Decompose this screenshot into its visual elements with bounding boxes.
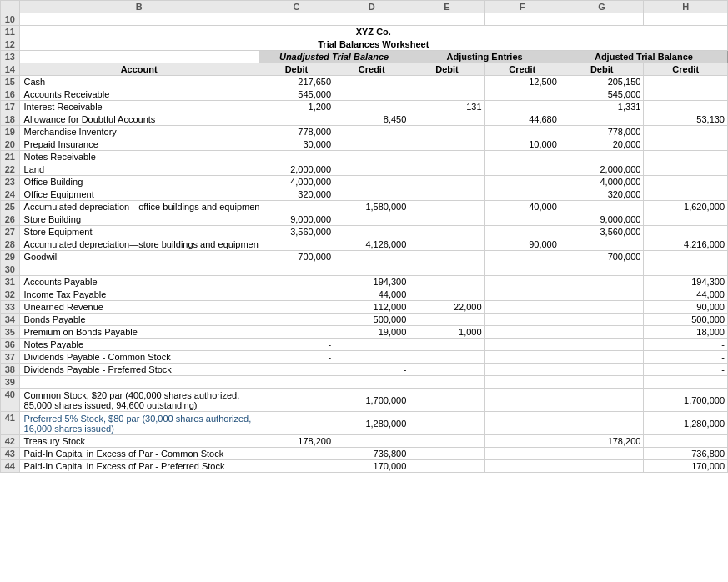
cell-value	[484, 251, 560, 263]
cell-value	[484, 276, 560, 288]
cell-value: 194,300	[334, 276, 409, 288]
cell-value: 9,000,000	[560, 213, 644, 226]
cell-value	[259, 238, 334, 251]
cell-value	[484, 101, 560, 113]
cell-value	[409, 188, 484, 201]
col-h-header: H	[644, 1, 728, 13]
cell-value	[409, 435, 484, 448]
row-num: 16	[1, 88, 20, 101]
cell-value	[409, 226, 484, 238]
cell-value	[484, 88, 560, 101]
account-name: Merchandise Inventory	[19, 126, 259, 138]
cell	[644, 263, 728, 276]
account-name: Preferred 5% Stock, $80 par (30,000 shar…	[19, 412, 259, 435]
cell-value	[334, 176, 409, 188]
table-row: 30	[1, 263, 728, 276]
cell-value	[259, 113, 334, 126]
cell-value	[259, 288, 334, 301]
column-subheader-row: 14 Account Debit Credit Debit Credit Deb…	[1, 63, 728, 76]
row-num: 28	[1, 238, 20, 251]
cell-value: 4,000,000	[560, 176, 644, 188]
cell-value	[484, 213, 560, 226]
cell-value	[560, 113, 644, 126]
cell-value: -	[334, 364, 409, 376]
cell-value	[334, 138, 409, 151]
cell-value	[560, 301, 644, 314]
table-row: 38 Dividends Payable - Preferred Stock -…	[1, 364, 728, 376]
cell-value: -	[259, 351, 334, 364]
cell-value	[560, 364, 644, 376]
cell-value	[484, 226, 560, 238]
table-row: 10	[1, 13, 728, 26]
cell-value	[334, 101, 409, 113]
cell	[560, 13, 644, 26]
cell-value	[409, 213, 484, 226]
row-num: 44	[1, 460, 20, 473]
cell-value: 4,216,000	[644, 238, 728, 251]
table-row: 20 Prepaid Insurance 30,000 10,000 20,00…	[1, 138, 728, 151]
cell-value	[484, 151, 560, 163]
row-num: 37	[1, 351, 20, 364]
cell-value: 12,500	[484, 76, 560, 88]
cell-value	[409, 88, 484, 101]
cell-value	[409, 412, 484, 435]
cell-value	[334, 76, 409, 88]
cell-value	[259, 448, 334, 460]
section-header-row: 13 Unadjusted Trial Balance Adjusting En…	[1, 51, 728, 63]
cell-value	[409, 276, 484, 288]
cell	[19, 13, 259, 26]
table-row: 23 Office Building 4,000,000 4,000,000	[1, 176, 728, 188]
cell-value: -	[259, 339, 334, 351]
cell-value: 1,700,000	[644, 389, 728, 412]
account-col-header: Account	[19, 63, 259, 76]
cell-value: 736,800	[334, 448, 409, 460]
account-name: Accumulated depreciation—store buildings…	[19, 238, 259, 251]
cell-value: 2,000,000	[560, 163, 644, 176]
cell-value	[560, 201, 644, 213]
account-name: Paid-In Capital in Excess of Par - Prefe…	[19, 460, 259, 473]
account-name: Treasury Stock	[19, 435, 259, 448]
adjusting-header: Adjusting Entries	[409, 51, 560, 63]
cell	[484, 263, 560, 276]
cell-value	[334, 163, 409, 176]
cell-value	[484, 364, 560, 376]
account-name: Goodwill	[19, 251, 259, 263]
cell-value: 22,000	[409, 301, 484, 314]
account-name: Store Equipment	[19, 226, 259, 238]
cell	[334, 376, 409, 389]
cell-value	[409, 389, 484, 412]
cell-value	[560, 238, 644, 251]
cell-value	[560, 460, 644, 473]
row-num: 39	[1, 376, 20, 389]
cell-value	[409, 238, 484, 251]
cell-value	[484, 448, 560, 460]
cell-value: 44,000	[644, 288, 728, 301]
cell-value	[334, 251, 409, 263]
cell	[560, 376, 644, 389]
cell	[409, 376, 484, 389]
cell-value	[259, 201, 334, 213]
row-num: 33	[1, 301, 20, 314]
cell-value: 320,000	[259, 188, 334, 201]
table-row: 27 Store Equipment 3,560,000 3,560,000	[1, 226, 728, 238]
cell-value	[409, 460, 484, 473]
cell-value: 9,000,000	[259, 213, 334, 226]
table-row: 15 Cash 217,650 12,500 205,150	[1, 76, 728, 88]
table-row: 41 Preferred 5% Stock, $80 par (30,000 s…	[1, 412, 728, 435]
row-num: 27	[1, 226, 20, 238]
cell-value: 1,700,000	[334, 389, 409, 412]
col-f-header: F	[484, 1, 560, 13]
account-name: Premium on Bonds Payable	[19, 326, 259, 339]
table-row: 31 Accounts Payable 194,300 194,300	[1, 276, 728, 288]
row-num: 15	[1, 76, 20, 88]
cell-value	[484, 412, 560, 435]
row-num: 13	[1, 51, 20, 63]
cell-value	[484, 288, 560, 301]
adj-entry-debit-header: Debit	[409, 63, 484, 76]
cell-value	[560, 412, 644, 435]
cell-value: 53,130	[644, 113, 728, 126]
cell-value: 1,200	[259, 101, 334, 113]
table-row: 40 Common Stock, $20 par (400,000 shares…	[1, 389, 728, 412]
cell-value	[334, 226, 409, 238]
cell-value: 30,000	[259, 138, 334, 151]
